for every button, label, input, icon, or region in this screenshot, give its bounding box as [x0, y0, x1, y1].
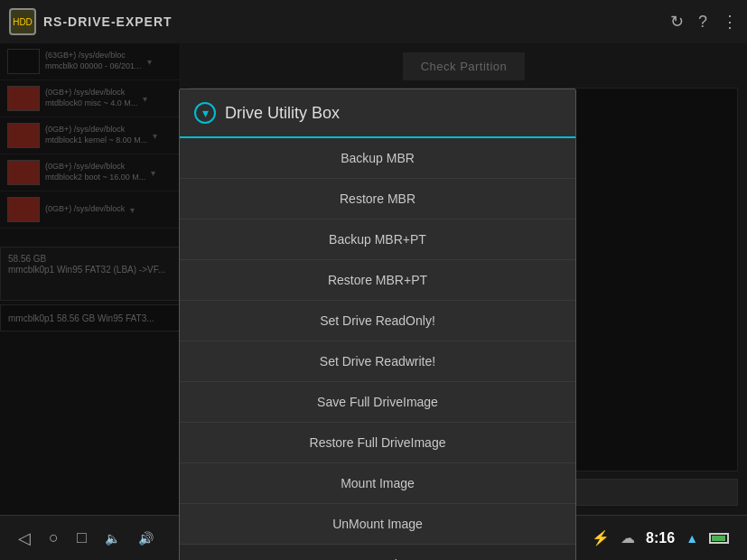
main-content: (63GB+) /sys/dev/bloc mmcblk0 00000 - 06… [0, 43, 747, 515]
dialog-item-restore-driveimage-label: Restore Full DriveImage [310, 435, 446, 450]
dialog-item-save-driveimage[interactable]: Save Full DriveImage [180, 382, 575, 423]
wifi-icon: ▲ [686, 531, 698, 546]
dialog-item-restore-mbrpt-label: Restore MBR+PT [328, 273, 427, 287]
top-bar: HDD RS-DRIVE-EXPERT ↻ ? ⋮ [0, 0, 747, 43]
dialog-icon: ▾ [194, 102, 216, 124]
dialog-item-set-readonly[interactable]: Set Drive ReadOnly! [180, 301, 575, 341]
bottom-status-right: ⚡ ☁ 8:16 ▲ [592, 529, 729, 546]
home-icon[interactable]: ○ [49, 528, 59, 547]
menu-icon[interactable]: ⋮ [722, 12, 738, 32]
dialog-item-set-readonly-label: Set Drive ReadOnly! [320, 313, 435, 328]
vol-up-icon[interactable]: 🔊 [138, 531, 154, 546]
dialog-item-backup-mbrpt[interactable]: Backup MBR+PT [180, 219, 575, 260]
dialog-icon-symbol: ▾ [202, 106, 209, 120]
dialog-item-restore-mbr[interactable]: Restore MBR [180, 179, 575, 219]
top-bar-right: ↻ ? ⋮ [670, 12, 738, 32]
drive-utility-dialog: ▾ Drive Utility Box Backup MBR Restore M… [179, 89, 576, 560]
dialog-item-backup-mbr[interactable]: Backup MBR [180, 138, 575, 179]
help-icon[interactable]: ? [698, 13, 707, 32]
dialog-item-backup-mbrpt-label: Backup MBR+PT [329, 232, 426, 247]
top-bar-left: HDD RS-DRIVE-EXPERT [9, 8, 173, 35]
vol-down-icon[interactable]: 🔈 [105, 531, 120, 546]
dialog-item-unmount-image[interactable]: UnMount Image [180, 504, 575, 545]
usb-icon: ⚡ [592, 529, 610, 546]
app-icon: HDD [9, 8, 36, 35]
dialog-item-save-driveimage-label: Save Full DriveImage [317, 395, 438, 409]
back-icon[interactable]: ◁ [18, 528, 31, 548]
dialog-item-unmount-image-label: UnMount Image [332, 517, 423, 531]
time-display: 8:16 [646, 530, 675, 546]
app-title: RS-DRIVE-EXPERT [43, 14, 173, 29]
dialog-item-mount-image-label: Mount Image [341, 476, 415, 490]
recent-icon[interactable]: □ [77, 528, 87, 547]
dialog-cancel-button[interactable]: Cancel [180, 545, 575, 560]
dialog-item-set-readwrite-label: Set Drive Readwrite! [320, 354, 435, 369]
dialog-header: ▾ Drive Utility Box [180, 89, 575, 138]
bottom-nav-left: ◁ ○ □ 🔈 🔊 [18, 528, 154, 548]
dialog-title: Drive Utility Box [225, 104, 340, 123]
dialog-item-set-readwrite[interactable]: Set Drive Readwrite! [180, 341, 575, 382]
dialog-item-restore-mbrpt[interactable]: Restore MBR+PT [180, 260, 575, 301]
refresh-icon[interactable]: ↻ [670, 12, 684, 32]
dialog-item-mount-image[interactable]: Mount Image [180, 463, 575, 504]
dialog-item-restore-driveimage[interactable]: Restore Full DriveImage [180, 423, 575, 463]
battery-icon [709, 533, 729, 544]
dialog-item-restore-mbr-label: Restore MBR [340, 191, 416, 206]
cloud-icon: ☁ [621, 529, 635, 546]
app-icon-label: HDD [13, 17, 33, 27]
dialog-item-backup-mbr-label: Backup MBR [341, 151, 415, 165]
